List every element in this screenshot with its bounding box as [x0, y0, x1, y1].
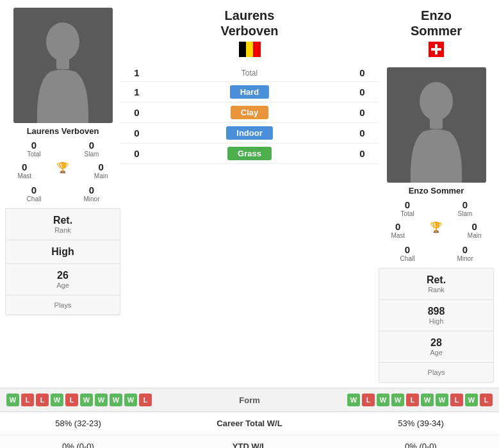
p1-age-label: Age — [9, 281, 117, 289]
total-label: Total — [241, 69, 258, 78]
p2-age-value: 28 — [382, 337, 490, 349]
form-pill: L — [36, 394, 49, 406]
stats-left-value: 0% (0-0) — [8, 442, 149, 448]
p2-slam-value: 0 — [438, 199, 493, 210]
swiss-flag-icon — [429, 42, 444, 57]
p2-center-name: EnzoSommer — [411, 8, 462, 38]
p1-chall-minor-grid: 0 Chall 0 Minor — [5, 182, 120, 205]
p1-rank-label: Rank — [9, 226, 117, 234]
p2-minor-value: 0 — [438, 244, 493, 255]
p2-trophy-row: 0 Mast 🏆 0 Main — [379, 220, 494, 240]
p1-trophy-row: 0 Mast 🏆 0 Main — [5, 160, 120, 181]
p1-slam-value: 0 — [64, 140, 119, 151]
p2-rank-cell: Ret. Rank — [379, 269, 493, 300]
form-pill: W — [124, 394, 137, 406]
form-pill: W — [391, 394, 404, 406]
player2-column: EnzoSommer Enzo Sommer — [379, 8, 494, 383]
player2-form-pills: WLWWLWWLWL — [347, 394, 493, 406]
p2-clay-score: 0 — [351, 107, 373, 118]
svg-rect-4 — [253, 42, 261, 57]
p1-minor-value: 0 — [64, 185, 119, 195]
stats-left-value: 58% (32-23) — [8, 419, 149, 428]
form-pill: L — [362, 394, 375, 406]
p2-minor-cell: 0 Minor — [436, 242, 494, 265]
clay-surface-badge: Clay — [231, 106, 268, 119]
form-pill: W — [421, 394, 434, 406]
grass-score-row: 0 Grass 0 — [120, 144, 379, 164]
player1-name: Laurens Verboven — [27, 126, 99, 136]
p2-age-cell: 28 Age — [379, 331, 493, 363]
p2-age-label: Age — [382, 349, 490, 356]
p2-minor-label: Minor — [438, 255, 493, 262]
p2-main-cell: 0 Main — [468, 221, 482, 239]
p1-trophy-icon-cell: 🏆 — [56, 162, 69, 179]
p2-rank-label: Rank — [382, 286, 490, 294]
form-pill: W — [80, 394, 93, 406]
form-pill: W — [436, 394, 448, 406]
p1-total-score: 1 — [126, 67, 148, 78]
player2-avatar — [387, 67, 486, 183]
p2-mast-cell: 0 Mast — [391, 221, 405, 239]
stats-center-label: Career Total W/L — [149, 419, 350, 428]
form-pill: W — [110, 394, 122, 406]
p2-plays-label: Plays — [382, 369, 490, 376]
p2-slam-cell: 0 Slam — [436, 197, 494, 220]
p1-rank-value: Ret. — [9, 215, 117, 226]
p1-trophy-icon: 🏆 — [56, 162, 69, 174]
p1-hard-score: 1 — [126, 87, 148, 97]
page-wrapper: Laurens Verboven 0 Total 0 Slam 0 Mast 🏆 — [0, 0, 499, 448]
p1-slam-cell: 0 Slam — [63, 137, 120, 160]
clay-score-row: 0 Clay 0 — [120, 103, 379, 123]
p1-minor-label: Minor — [64, 195, 119, 203]
p2-grass-score: 0 — [351, 148, 373, 159]
p2-main-label: Main — [468, 232, 482, 239]
form-pill: L — [480, 394, 493, 406]
form-pill: W — [51, 394, 63, 406]
form-pill: L — [450, 394, 463, 406]
p1-age-value: 26 — [9, 270, 117, 281]
p1-main-value: 0 — [99, 162, 104, 172]
p2-trophy-icon-cell: 🏆 — [430, 221, 443, 239]
form-pill: W — [95, 394, 108, 406]
svg-point-0 — [46, 22, 79, 61]
p1-indoor-score: 0 — [126, 128, 148, 138]
svg-rect-1 — [56, 58, 69, 69]
stats-right-value: 0% (0-0) — [350, 442, 491, 448]
center-column: LaurensVerboven 1 Total 0 1 Hard — [120, 8, 379, 383]
hard-score-row: 1 Hard 0 — [120, 82, 379, 103]
player1-form-pills: WLLWLWWWWL — [6, 394, 152, 406]
svg-rect-7 — [431, 48, 441, 51]
form-pill: L — [65, 394, 78, 406]
p1-chall-cell: 0 Chall — [5, 182, 63, 205]
form-label: Form — [152, 395, 347, 405]
stats-row: 0% (0-0) YTD W/L 0% (0-0) — [0, 435, 499, 448]
p1-mast-cell: 0 Mast — [17, 162, 31, 179]
form-pill: W — [377, 394, 389, 406]
p2-total-cell: 0 Total — [379, 197, 436, 220]
p2-chall-label: Chall — [380, 255, 435, 262]
player1-column: Laurens Verboven 0 Total 0 Slam 0 Mast 🏆 — [5, 8, 120, 383]
form-pill: W — [347, 394, 360, 406]
p2-plays-cell: Plays — [379, 363, 493, 382]
form-section: WLLWLWWWWL Form WLWWLWWLWL — [0, 388, 499, 412]
svg-rect-2 — [239, 42, 246, 57]
p1-plays-cell: Plays — [6, 295, 120, 315]
bottom-stats-table: 58% (32-23) Career Total W/L 53% (39-34)… — [0, 412, 499, 448]
p1-chall-value: 0 — [6, 185, 61, 195]
p1-total-value: 0 — [6, 140, 61, 151]
p1-flag — [239, 42, 261, 59]
p2-high-cell: 898 High — [379, 300, 493, 331]
p1-slam-label: Slam — [64, 151, 119, 158]
player1-stats-grid: 0 Total 0 Slam — [5, 137, 120, 160]
player2-name: Enzo Sommer — [409, 186, 464, 195]
p1-minor-cell: 0 Minor — [63, 182, 120, 205]
p2-chall-value: 0 — [380, 244, 435, 255]
p2-flag — [411, 42, 462, 59]
stats-right-value: 53% (39-34) — [350, 419, 491, 428]
player2-stats-grid: 0 Total 0 Slam — [379, 197, 494, 220]
form-pill: L — [139, 394, 152, 406]
p1-main-label: Main — [94, 172, 108, 179]
p2-total-label: Total — [380, 210, 435, 217]
svg-rect-3 — [246, 42, 253, 57]
p2-slam-label: Slam — [438, 210, 493, 217]
